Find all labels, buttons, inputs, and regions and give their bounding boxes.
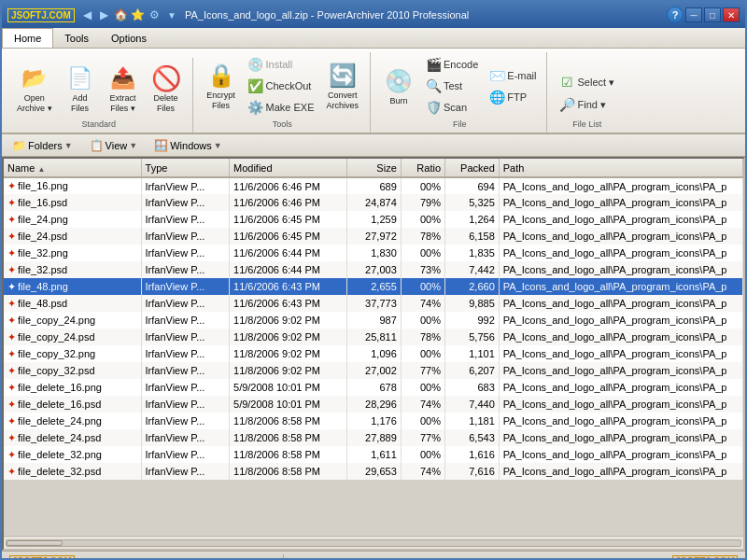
maximize-button[interactable]: □	[704, 7, 721, 22]
install-button[interactable]: 💿 Install	[244, 54, 319, 75]
toolbar-icon-home[interactable]: 🏠	[114, 7, 129, 22]
encode-button[interactable]: 🎬 Encode	[421, 54, 483, 75]
scrollbar-thumb[interactable]	[7, 540, 63, 546]
help-button[interactable]: ?	[667, 7, 684, 23]
toolbar-icon-forward[interactable]: ▶	[97, 7, 112, 22]
cell-packed: 694	[445, 177, 500, 194]
windows-button[interactable]: 🪟 Windows ▼	[148, 136, 229, 155]
add-files-button[interactable]: 📄 AddFiles	[60, 60, 101, 118]
cell-path: PA_Icons_and_logo_all\PA_program_icons\P…	[499, 329, 742, 345]
delete-files-button[interactable]: 🚫 DeleteFiles	[146, 60, 187, 118]
close-button[interactable]: ✕	[723, 7, 740, 22]
table-row[interactable]: ✦file_32.psdIrfanView P...11/6/2006 6:44…	[4, 261, 743, 278]
file-icon-star: ✦	[7, 348, 16, 359]
cell-modified: 11/6/2006 6:45 PM	[230, 228, 347, 245]
table-row[interactable]: ✦file_delete_24.psdIrfanView P...11/8/20…	[4, 429, 743, 446]
total-info: Total 432 files, 10,298 kB [4,189 kB]	[396, 556, 560, 561]
view-dropdown-icon: ▼	[129, 141, 137, 150]
table-row[interactable]: ✦file_delete_32.psdIrfanView P...11/8/20…	[4, 463, 743, 480]
cell-type: IrfanView P...	[141, 278, 230, 295]
col-ratio[interactable]: Ratio	[401, 159, 444, 177]
minimize-button[interactable]: ─	[685, 7, 702, 22]
file-icon-star: ✦	[7, 180, 16, 191]
table-container[interactable]: Name ▲ Type Modified Size Ratio Packed P…	[4, 159, 743, 536]
extract-files-button[interactable]: 📤 ExtractFiles ▾	[103, 60, 144, 118]
cell-name: ✦file_24.png	[4, 211, 141, 228]
file-icon-star: ✦	[7, 432, 16, 443]
cell-ratio: 00%	[401, 446, 444, 463]
cell-type: IrfanView P...	[141, 329, 230, 345]
find-label: Find ▾	[577, 99, 605, 111]
toolbar-icon-down[interactable]: ▼	[164, 7, 179, 22]
col-path[interactable]: Path	[499, 159, 742, 177]
cell-type: IrfanView P...	[141, 312, 230, 329]
menu-options[interactable]: Options	[100, 28, 158, 48]
checkout-label: CheckOut	[266, 80, 312, 91]
open-archive-button[interactable]: 📂 OpenArchive ▾	[11, 60, 58, 118]
cell-path: PA_Icons_and_logo_all\PA_program_icons\P…	[499, 463, 742, 480]
col-size[interactable]: Size	[347, 159, 402, 177]
cell-name: ✦file_copy_32.psd	[4, 362, 141, 379]
statusbar: JSOFTJ.COM Selected 1 file, 3 kB Total 4…	[2, 551, 745, 560]
scan-button[interactable]: 🛡️ Scan	[421, 97, 483, 118]
folders-button[interactable]: 📁 Folders ▼	[6, 136, 79, 155]
table-row[interactable]: ✦file_32.pngIrfanView P...11/6/2006 6:44…	[4, 245, 743, 261]
cell-size: 1,259	[347, 211, 402, 228]
folders-label: Folders	[28, 140, 63, 151]
email-button[interactable]: ✉️ E-mail	[485, 65, 541, 86]
cell-size: 28,296	[347, 396, 402, 413]
col-name[interactable]: Name ▲	[4, 159, 141, 177]
table-row[interactable]: ✦file_delete_16.psdIrfanView P...5/9/200…	[4, 396, 743, 413]
table-row[interactable]: ✦file_16.psdIrfanView P...11/6/2006 6:46…	[4, 194, 743, 211]
horizontal-scrollbar[interactable]	[4, 536, 743, 549]
select-button[interactable]: ☑ Select ▾	[555, 72, 619, 92]
cell-ratio: 74%	[401, 396, 444, 413]
file-icon-star: ✦	[7, 466, 16, 477]
table-row[interactable]: ✦file_copy_24.pngIrfanView P...11/8/2006…	[4, 312, 743, 329]
cell-size: 27,972	[347, 228, 402, 245]
cell-name: ✦file_copy_24.psd	[4, 329, 141, 345]
standard-group-label: Standard	[81, 119, 116, 131]
menubar: Home Tools Options	[2, 28, 745, 49]
menu-tools[interactable]: Tools	[53, 28, 100, 48]
table-row[interactable]: ✦file_copy_32.pngIrfanView P...11/8/2006…	[4, 345, 743, 362]
cell-packed: 6,207	[445, 362, 500, 379]
checkout-button[interactable]: ✅ CheckOut	[244, 76, 319, 96]
burn-label: Burn	[389, 96, 407, 106]
col-type[interactable]: Type	[141, 159, 230, 177]
cell-packed: 7,442	[445, 261, 500, 278]
cell-modified: 11/8/2006 8:58 PM	[230, 413, 347, 429]
file-icon-star: ✦	[7, 415, 16, 427]
find-button[interactable]: 🔎 Find ▾	[555, 94, 619, 115]
encrypt-files-button[interactable]: 🔒 EncryptFiles	[201, 57, 242, 115]
table-row[interactable]: ✦file_48.pngIrfanView P...11/6/2006 6:43…	[4, 278, 743, 295]
table-row[interactable]: ✦file_delete_24.pngIrfanView P...11/8/20…	[4, 413, 743, 429]
table-row[interactable]: ✦file_48.psdIrfanView P...11/6/2006 6:43…	[4, 295, 743, 312]
table-row[interactable]: ✦file_24.pngIrfanView P...11/6/2006 6:45…	[4, 211, 743, 228]
table-row[interactable]: ✦file_16.pngIrfanView P...11/6/2006 6:46…	[4, 177, 743, 194]
table-row[interactable]: ✦file_copy_32.psdIrfanView P...11/8/2006…	[4, 362, 743, 379]
cell-size: 1,611	[347, 446, 402, 463]
toolbar-icon-star[interactable]: ⭐	[131, 7, 146, 22]
table-row[interactable]: ✦file_24.psdIrfanView P...11/6/2006 6:45…	[4, 228, 743, 245]
ftp-button[interactable]: 🌐 FTP	[485, 87, 541, 107]
convert-archives-button[interactable]: 🔄 ConvertArchives	[320, 57, 364, 115]
table-row[interactable]: ✦file_delete_32.pngIrfanView P...11/8/20…	[4, 446, 743, 463]
extract-files-icon: 📤	[108, 63, 138, 93]
col-packed[interactable]: Packed	[445, 159, 500, 177]
table-row[interactable]: ✦file_copy_24.psdIrfanView P...11/8/2006…	[4, 329, 743, 345]
make-exe-icon: ⚙️	[248, 100, 263, 115]
cell-size: 1,096	[347, 345, 402, 362]
toolbar-icon-back[interactable]: ◀	[80, 7, 95, 22]
menu-home[interactable]: Home	[2, 28, 53, 48]
burn-icon: 💿	[384, 66, 414, 96]
cell-path: PA_Icons_and_logo_all\PA_program_icons\P…	[499, 312, 742, 329]
make-exe-button[interactable]: ⚙️ Make EXE	[244, 97, 319, 118]
toolbar-icon-settings[interactable]: ⚙	[148, 7, 162, 22]
test-button[interactable]: 🔍 Test	[421, 76, 483, 96]
view-button[interactable]: 📋 View ▼	[83, 136, 145, 155]
col-modified[interactable]: Modified	[230, 159, 347, 177]
cell-name: ✦file_16.png	[4, 177, 141, 194]
burn-button[interactable]: 💿 Burn	[378, 63, 419, 110]
table-row[interactable]: ✦file_delete_16.pngIrfanView P...5/9/200…	[4, 379, 743, 396]
